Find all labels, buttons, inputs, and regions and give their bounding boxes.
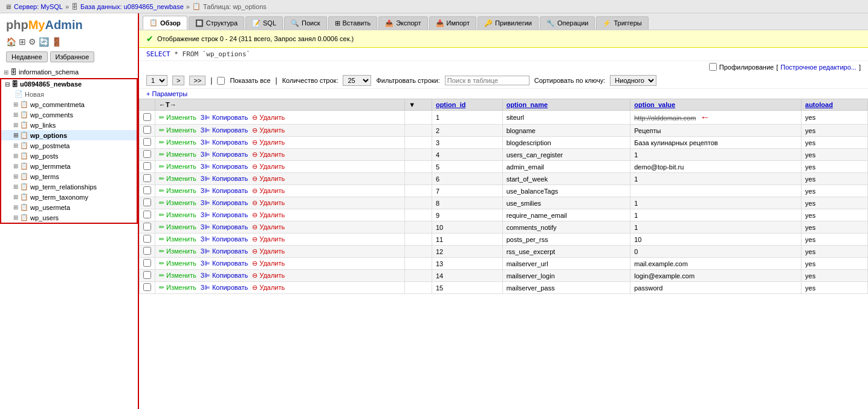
th-option-value[interactable]: option_value bbox=[630, 99, 802, 111]
table-item-terms[interactable]: ⊞ 📋 wp_terms bbox=[1, 171, 137, 182]
nav-next-end-button[interactable]: >> bbox=[189, 76, 206, 85]
delete-link[interactable]: ⊖ Удалить bbox=[252, 272, 285, 279]
row-checkbox[interactable] bbox=[143, 235, 151, 243]
th-autoload[interactable]: autoload bbox=[802, 99, 868, 111]
params-link[interactable]: + Параметры bbox=[146, 90, 187, 97]
db-item-newbase[interactable]: ⊟ 🗄 u0894865_newbase bbox=[1, 79, 137, 89]
edit-link[interactable]: ✏ Изменить bbox=[159, 235, 196, 243]
delete-link[interactable]: ⊖ Удалить bbox=[252, 284, 285, 291]
th-sort-arrow[interactable]: ▼ bbox=[405, 99, 432, 111]
table-item-new[interactable]: 📄 Новая bbox=[1, 89, 137, 99]
copy-link[interactable]: 3⊫ Копировать bbox=[201, 151, 248, 158]
edit-link[interactable]: ✏ Изменить bbox=[159, 211, 196, 218]
copy-link[interactable]: 3⊫ Копировать bbox=[201, 175, 248, 182]
delete-link[interactable]: ⊖ Удалить bbox=[252, 175, 285, 182]
edit-link[interactable]: ✏ Изменить bbox=[159, 175, 196, 182]
row-checkbox[interactable] bbox=[143, 247, 151, 255]
edit-link[interactable]: ✏ Изменить bbox=[159, 260, 196, 267]
edit-link[interactable]: ✏ Изменить bbox=[159, 272, 196, 279]
tab-search[interactable]: 🔍 Поиск bbox=[284, 16, 326, 30]
row-checkbox[interactable] bbox=[143, 198, 151, 206]
table-item-links[interactable]: ⊞ 📋 wp_links bbox=[1, 120, 137, 130]
tab-triggers[interactable]: ⚡ Триггеры bbox=[596, 16, 648, 30]
delete-link[interactable]: ⊖ Удалить bbox=[252, 151, 285, 158]
table-item-comments[interactable]: ⊞ 📋 wp_comments bbox=[1, 110, 137, 120]
row-checkbox[interactable] bbox=[143, 113, 151, 121]
row-checkbox[interactable] bbox=[143, 126, 151, 134]
delete-link[interactable]: ⊖ Удалить bbox=[252, 247, 285, 255]
edit-link[interactable]: ✏ Изменить bbox=[159, 163, 196, 170]
tab-export[interactable]: 📤 Экспорт bbox=[378, 16, 427, 30]
tab-insert[interactable]: ⊞ Вставить bbox=[328, 16, 378, 30]
tab-privileges[interactable]: 🔑 Привилегии bbox=[478, 16, 539, 30]
copy-link[interactable]: 3⊫ Копировать bbox=[201, 139, 248, 146]
copy-link[interactable]: 3⊫ Копировать bbox=[201, 272, 248, 279]
edit-link[interactable]: ✏ Изменить bbox=[159, 247, 196, 255]
delete-link[interactable]: ⊖ Удалить bbox=[252, 139, 285, 146]
exit-icon[interactable]: 🚪 bbox=[51, 37, 62, 47]
delete-link[interactable]: ⊖ Удалить bbox=[252, 223, 285, 231]
copy-link[interactable]: 3⊫ Копировать bbox=[201, 114, 248, 121]
copy-link[interactable]: 3⊫ Копировать bbox=[201, 247, 248, 255]
refresh-icon[interactable]: 🔄 bbox=[39, 37, 49, 47]
copy-link[interactable]: 3⊫ Копировать bbox=[201, 163, 248, 170]
copy-link[interactable]: 3⊫ Копировать bbox=[201, 211, 248, 218]
favorites-button[interactable]: Избранное bbox=[50, 51, 95, 62]
edit-link[interactable]: ✏ Изменить bbox=[159, 126, 196, 134]
filter-input[interactable] bbox=[445, 76, 530, 85]
edit-link[interactable]: ✏ Изменить bbox=[159, 139, 196, 146]
row-checkbox[interactable] bbox=[143, 174, 151, 182]
tab-sql[interactable]: 📝 SQL bbox=[245, 16, 283, 30]
table-item-commentmeta[interactable]: ⊞ 📋 wp_commentmeta bbox=[1, 99, 137, 110]
tab-operations[interactable]: 🔧 Операции bbox=[540, 16, 595, 30]
row-checkbox[interactable] bbox=[143, 162, 151, 170]
breadcrumb-server[interactable]: Сервер: MySQL bbox=[14, 3, 63, 10]
recent-button[interactable]: Недавнее bbox=[6, 51, 48, 62]
tab-import[interactable]: 📥 Импорт bbox=[429, 16, 476, 30]
delete-link[interactable]: ⊖ Удалить bbox=[252, 163, 285, 170]
th-option-id[interactable]: option_id bbox=[432, 99, 502, 111]
delete-link[interactable]: ⊖ Удалить bbox=[252, 260, 285, 267]
table-item-term-relationships[interactable]: ⊞ 📋 wp_term_relationships bbox=[1, 182, 137, 192]
delete-link[interactable]: ⊖ Удалить bbox=[252, 114, 285, 121]
edit-link[interactable]: ✏ Изменить bbox=[159, 199, 196, 206]
copy-link[interactable]: 3⊫ Копировать bbox=[201, 284, 248, 291]
row-checkbox[interactable] bbox=[143, 271, 151, 279]
row-checkbox[interactable] bbox=[143, 283, 151, 291]
table-item-users[interactable]: ⊞ 📋 wp_users bbox=[1, 212, 137, 223]
row-checkbox[interactable] bbox=[143, 223, 151, 231]
profiling-link[interactable]: Построчное редактиро... bbox=[780, 64, 857, 71]
edit-link[interactable]: ✏ Изменить bbox=[159, 151, 196, 158]
page-select[interactable]: 1 bbox=[146, 75, 167, 86]
db-item-information-schema[interactable]: ⊞ 🗄 information_schema bbox=[0, 67, 138, 77]
tab-structure[interactable]: 🔲 Структура bbox=[189, 16, 244, 30]
breadcrumb-database[interactable]: База данных: u0894865_newbase bbox=[80, 3, 184, 10]
row-checkbox[interactable] bbox=[143, 138, 151, 146]
rows-count-select[interactable]: 2550100 bbox=[343, 75, 371, 86]
edit-link[interactable]: ✏ Изменить bbox=[159, 187, 196, 194]
edit-link[interactable]: ✏ Изменить bbox=[159, 114, 196, 121]
delete-link[interactable]: ⊖ Удалить bbox=[252, 187, 285, 194]
row-checkbox[interactable] bbox=[143, 186, 151, 194]
copy-link[interactable]: 3⊫ Копировать bbox=[201, 199, 248, 206]
copy-link[interactable]: 3⊫ Копировать bbox=[201, 187, 248, 194]
tab-overview[interactable]: 📋 Обзор bbox=[143, 16, 187, 30]
table-item-usermeta[interactable]: ⊞ 📋 wp_usermeta bbox=[1, 202, 137, 212]
copy-link[interactable]: 3⊫ Копировать bbox=[201, 260, 248, 267]
delete-link[interactable]: ⊖ Удалить bbox=[252, 211, 285, 218]
edit-link[interactable]: ✏ Изменить bbox=[159, 284, 196, 291]
grid-icon[interactable]: ⊞ bbox=[19, 37, 26, 47]
table-item-posts[interactable]: ⊞ 📋 wp_posts bbox=[1, 151, 137, 161]
th-option-name[interactable]: option_name bbox=[502, 99, 630, 111]
table-item-postmeta[interactable]: ⊞ 📋 wp_postmeta bbox=[1, 140, 137, 151]
delete-link[interactable]: ⊖ Удалить bbox=[252, 235, 285, 243]
show-all-checkbox[interactable] bbox=[217, 77, 225, 85]
home-icon[interactable]: 🏠 bbox=[6, 37, 16, 47]
profiling-checkbox[interactable] bbox=[709, 63, 717, 71]
table-item-termmeta[interactable]: ⊞ 📋 wp_termmeta bbox=[1, 161, 137, 171]
copy-link[interactable]: 3⊫ Копировать bbox=[201, 235, 248, 243]
table-item-term-taxonomy[interactable]: ⊞ 📋 wp_term_taxonomy bbox=[1, 192, 137, 202]
row-checkbox[interactable] bbox=[143, 211, 151, 218]
nav-next-button[interactable]: > bbox=[172, 76, 184, 85]
edit-link[interactable]: ✏ Изменить bbox=[159, 223, 196, 231]
